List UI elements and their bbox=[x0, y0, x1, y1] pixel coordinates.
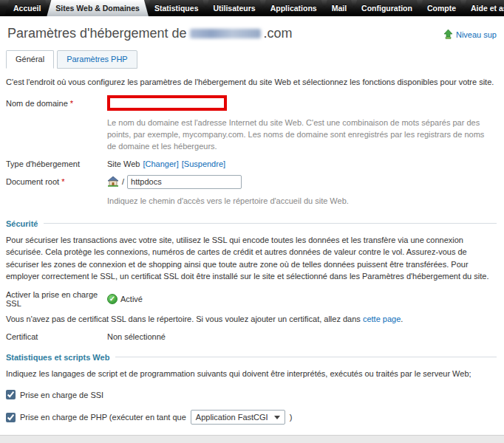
page-title: Paramètres d'hébergement de .com bbox=[7, 26, 497, 41]
required-asterisk: * bbox=[61, 177, 64, 186]
php-label-suffix: ) bbox=[290, 413, 293, 422]
webscripts-section-heading: Statistiques et scripts Web bbox=[6, 353, 497, 362]
ssi-checkbox[interactable] bbox=[6, 390, 16, 399]
document-root-label: Document root * bbox=[6, 177, 107, 186]
hosting-type-row: Type d'hébergement Site Web [Changer] [S… bbox=[6, 159, 497, 168]
redacted-domain-blur bbox=[190, 29, 261, 38]
ssi-label: Prise en charge de SSI bbox=[20, 391, 103, 399]
certificate-note: Vous n'avez pas de certificat SSL dans l… bbox=[6, 315, 497, 323]
page-title-prefix: Paramètres d'hébergement de bbox=[7, 26, 187, 41]
hosting-type-label: Type d'hébergement bbox=[6, 159, 107, 168]
ssl-support-row: Activer la prise en charge SSL ✓ Activé bbox=[6, 290, 497, 308]
ssl-status: Activé bbox=[120, 295, 143, 303]
ssl-support-label: Activer la prise en charge SSL bbox=[6, 290, 107, 308]
section-divider bbox=[44, 223, 497, 224]
hosting-type-value: Site Web bbox=[107, 159, 140, 168]
nav-tab-sites-web-domaines[interactable]: Sites Web & Domaines bbox=[47, 0, 149, 16]
webscripts-intro: Indiquez les langages de script et de pr… bbox=[6, 368, 497, 380]
required-asterisk: * bbox=[70, 99, 73, 108]
tab-parametres-php[interactable]: Paramètres PHP bbox=[57, 50, 137, 69]
security-section-heading: Sécurité bbox=[6, 219, 497, 228]
nav-tab-utilisateurs[interactable]: Utilisateurs bbox=[204, 0, 264, 16]
document-root-input[interactable] bbox=[127, 175, 242, 189]
page-title-domain-suffix: .com bbox=[264, 26, 293, 41]
certificate-row: Certificat Non sélectionné bbox=[6, 332, 497, 341]
up-level-link[interactable]: Niveau sup bbox=[456, 30, 497, 39]
plesk-page: Accueil Sites Web & Domaines Statistique… bbox=[0, 0, 504, 435]
subtab-bar: Général Paramètres PHP bbox=[0, 46, 504, 69]
nav-tab-accueil[interactable]: Accueil bbox=[4, 0, 50, 16]
certificate-value: Non sélectionné bbox=[107, 332, 166, 341]
php-support-row: Prise en charge de PHP (exécuter en tant… bbox=[6, 410, 497, 425]
php-checkbox[interactable] bbox=[6, 413, 16, 422]
php-label-prefix: Prise en charge de PHP (exécuter en tant… bbox=[20, 413, 186, 422]
domain-name-label: Nom de domaine * bbox=[6, 99, 107, 108]
php-handler-select[interactable]: Application FastCGI bbox=[191, 410, 285, 425]
document-root-help: Indiquez le chemin d'accès vers le réper… bbox=[107, 196, 491, 207]
top-navigation: Accueil Sites Web & Domaines Statistique… bbox=[0, 0, 504, 16]
domain-field-red-annotation[interactable] bbox=[107, 95, 227, 111]
domain-name-help: Le nom du domaine est l'adresse Internet… bbox=[107, 117, 491, 153]
page-header: Paramètres d'hébergement de .com Niveau … bbox=[0, 16, 504, 46]
security-paragraph: Pour sécuriser les transactions avec vot… bbox=[6, 234, 497, 283]
home-icon bbox=[107, 176, 119, 187]
domain-name-row: Nom de domaine * bbox=[6, 95, 497, 111]
nav-tab-mail[interactable]: Mail bbox=[323, 0, 355, 16]
up-level[interactable]: Niveau sup bbox=[443, 30, 497, 39]
nav-tab-configuration[interactable]: Configuration bbox=[353, 0, 421, 16]
nav-tab-compte[interactable]: Compte bbox=[418, 0, 465, 16]
ssi-support-row: Prise en charge de SSI bbox=[6, 390, 497, 399]
hosting-suspend-link[interactable]: [Suspendre] bbox=[182, 159, 225, 168]
section-divider bbox=[115, 357, 497, 357]
up-level-arrow-icon bbox=[443, 30, 453, 39]
nav-tab-statistiques[interactable]: Statistiques bbox=[146, 0, 208, 16]
intro-text: C'est l'endroit où vous configurez les p… bbox=[6, 78, 497, 86]
chevron-down-icon bbox=[274, 416, 280, 419]
hosting-change-link[interactable]: [Changer] bbox=[143, 159, 178, 168]
nav-tab-aide[interactable]: Aide et assistance technique bbox=[462, 0, 504, 16]
nav-tab-applications[interactable]: Applications bbox=[262, 0, 326, 16]
tab-general[interactable]: Général bbox=[6, 50, 54, 69]
main-content: C'est l'endroit où vous configurez les p… bbox=[0, 69, 504, 435]
page-bottom-background bbox=[0, 435, 504, 443]
certificate-label: Certificat bbox=[6, 332, 107, 341]
document-root-slash: / bbox=[122, 177, 124, 186]
enabled-check-icon: ✓ bbox=[107, 294, 118, 304]
certificate-page-link[interactable]: cette page bbox=[363, 315, 401, 323]
document-root-row: Document root * / bbox=[6, 175, 497, 189]
